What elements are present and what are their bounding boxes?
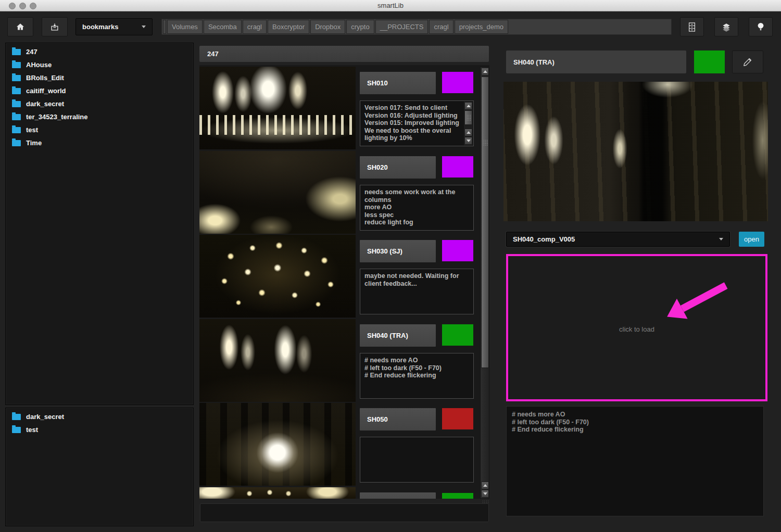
shot-status-swatch[interactable]: [442, 408, 473, 429]
shot-name-button[interactable]: [360, 492, 436, 499]
layers-icon: [721, 22, 732, 32]
sidebar-item-time[interactable]: Time: [6, 136, 193, 149]
shot-note-box[interactable]: [360, 437, 474, 483]
home-icon: [15, 22, 26, 32]
shot-name-button[interactable]: SH020: [360, 156, 436, 179]
shot-note-text: maybe not needed. Waiting for client fee…: [360, 269, 473, 314]
shot-thumbnail[interactable]: [199, 403, 356, 486]
shot-status-swatch[interactable]: [442, 324, 473, 346]
scroll-up-button[interactable]: [481, 482, 489, 489]
sidebar-item-brolls-edit[interactable]: BRolls_Edit: [6, 71, 193, 84]
smartlib-window: smartLib bookmarks Volumes Secomba cragl…: [0, 0, 781, 532]
chevron-down-icon: [142, 26, 146, 28]
breadcrumb-item-dropbox[interactable]: Dropbox: [310, 20, 345, 34]
shot-name-button[interactable]: SH040 (TRA): [360, 324, 436, 347]
shot-note-text: needs some work work at the columns more…: [360, 185, 473, 230]
drawers-icon: [687, 22, 697, 32]
favorite-item-test[interactable]: test: [6, 423, 193, 436]
sidebar-item-dark-secret[interactable]: dark_secret: [6, 97, 193, 110]
shot-row-sh010: SH010 Version 017: Send to client Versio…: [199, 67, 489, 149]
favorite-item-dark-secret[interactable]: dark_secret: [6, 410, 193, 423]
shot-note-text: [360, 437, 473, 482]
chevron-down-icon: [719, 238, 723, 240]
breadcrumb-item-projects[interactable]: __PROJECTS: [375, 20, 429, 34]
scroll-down-button[interactable]: [464, 137, 472, 145]
shot-list-scrollbar[interactable]: [480, 67, 489, 499]
breadcrumb-item-crypto[interactable]: crypto: [346, 20, 374, 34]
shot-status-swatch[interactable]: [442, 240, 473, 261]
shot-list-footer-field[interactable]: [200, 503, 489, 522]
scroll-up-button[interactable]: [464, 129, 472, 136]
shot-row-partial: [199, 487, 489, 499]
breadcrumb-stub[interactable]: [163, 20, 166, 34]
shot-row-sh040: SH040 (TRA) # needs more AO # left too d…: [199, 319, 489, 402]
home-button[interactable]: [7, 17, 33, 36]
scrollbar-handle[interactable]: [481, 77, 489, 368]
scroll-down-button[interactable]: [481, 490, 489, 498]
edit-button[interactable]: [732, 50, 763, 73]
shot-note-box[interactable]: # needs more AO # left too dark (F50 - F…: [360, 353, 474, 399]
shot-list: SH010 Version 017: Send to client Versio…: [199, 65, 489, 499]
sidebar-item-terraline[interactable]: ter_34523_terraline: [6, 110, 193, 123]
folder-icon: [12, 88, 21, 94]
breadcrumb-item-cragl[interactable]: cragl: [243, 20, 267, 34]
shot-note-text: Version 017: Send to client Version 016:…: [360, 101, 464, 146]
shot-name-button[interactable]: SH030 (SJ): [360, 240, 436, 262]
grip-dots: [467, 115, 471, 121]
inbox-icon: [49, 22, 60, 32]
shot-status-swatch[interactable]: [442, 493, 473, 499]
detail-shot-title-field[interactable]: SH040 (TRA): [506, 50, 686, 73]
sidebar-item-caitiff-world[interactable]: caitiff_world: [6, 84, 193, 97]
project-tree: 247 AHouse BRolls_Edit caitiff_world dar…: [5, 43, 194, 405]
library-button[interactable]: [680, 17, 704, 36]
click-to-load-label: click to load: [508, 325, 765, 333]
sidebar-item-test[interactable]: test: [6, 123, 193, 136]
shot-note-box[interactable]: maybe not needed. Waiting for client fee…: [360, 269, 474, 314]
shot-thumbnail[interactable]: [199, 235, 356, 318]
sidebar-item-ahouse[interactable]: AHouse: [6, 58, 193, 71]
breadcrumb-item-projects-demo[interactable]: projects_demo: [455, 20, 508, 34]
favorites-tree: dark_secret test: [5, 408, 194, 526]
shot-row-sh020: SH020 needs some work work at the column…: [199, 151, 489, 234]
shot-status-swatch[interactable]: [442, 72, 473, 93]
add-bookmark-button[interactable]: [42, 17, 68, 36]
shot-note-box[interactable]: Version 017: Send to client Version 016:…: [360, 100, 474, 146]
shot-name-button[interactable]: SH010: [360, 72, 436, 94]
triangle-down-icon: [483, 492, 487, 495]
folder-icon: [12, 414, 21, 420]
folder-icon: [12, 49, 21, 55]
shot-row-sh050: SH050: [199, 403, 489, 486]
sidebar-item-247[interactable]: 247: [6, 45, 193, 58]
shot-thumbnail[interactable]: [199, 487, 356, 499]
arrow-annotation-icon: [664, 276, 732, 323]
detail-status-swatch[interactable]: [694, 50, 725, 73]
shot-thumbnail[interactable]: [199, 319, 356, 402]
shot-status-swatch[interactable]: [442, 156, 473, 178]
breadcrumb-item-cragl2[interactable]: cragl: [429, 20, 453, 34]
breadcrumb-item-secomba[interactable]: Secomba: [204, 20, 242, 34]
scroll-up-button[interactable]: [481, 68, 489, 75]
window-title: smartLib: [0, 2, 781, 9]
folder-icon: [12, 75, 21, 81]
pencil-icon: [741, 56, 754, 68]
scrollbar-handle[interactable]: [464, 110, 472, 125]
shot-preview-image[interactable]: [503, 82, 768, 221]
breadcrumb-item-volumes[interactable]: Volumes: [167, 20, 203, 34]
info-button[interactable]: [749, 17, 773, 36]
layers-button[interactable]: [714, 17, 738, 36]
detail-notes-box[interactable]: # needs more AO # left too dark (F50 - F…: [506, 406, 764, 516]
shot-thumbnail[interactable]: [199, 151, 356, 234]
open-button[interactable]: open: [739, 232, 764, 247]
folder-icon: [12, 427, 21, 433]
triangle-up-icon: [483, 484, 487, 487]
shot-name-button[interactable]: SH050: [360, 408, 436, 430]
scroll-up-button[interactable]: [464, 102, 472, 110]
bookmarks-dropdown[interactable]: bookmarks: [75, 18, 153, 35]
shot-note-box[interactable]: needs some work work at the columns more…: [360, 185, 474, 231]
note-scrollbar[interactable]: [464, 102, 473, 145]
version-dropdown[interactable]: SH040_comp_V005: [506, 232, 730, 247]
triangle-down-icon: [467, 140, 471, 142]
breadcrumb-item-boxcryptor[interactable]: Boxcryptor: [268, 20, 309, 34]
shot-thumbnail[interactable]: [199, 67, 356, 149]
player-drop-zone[interactable]: click to load: [506, 254, 767, 401]
